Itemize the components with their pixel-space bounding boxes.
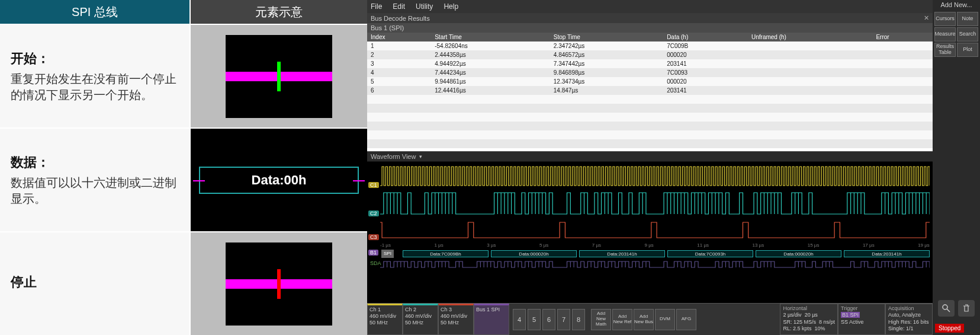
ch1-badge[interactable]: C1 (368, 182, 379, 188)
decode-row-empty (367, 139, 933, 148)
bus-packet[interactable]: Data:203141h (579, 250, 665, 257)
legend-stop-text: 停止 (0, 232, 189, 335)
channel-slot-button[interactable]: 8 (572, 309, 585, 330)
side-toolbar: Add New... Cursors Note Measure Search R… (933, 0, 980, 335)
decode-row-empty (367, 95, 933, 104)
bottom-bar: Ch 1 460 mV/div 50 MHz Ch 2 460 mV/div 5… (367, 303, 933, 335)
ch3-settings[interactable]: Ch 3 460 mV/div 50 MHz (438, 304, 474, 335)
time-tick: 19 µs (918, 243, 930, 250)
add-new-menu[interactable]: Add New... (940, 1, 972, 8)
time-tick: 5 µs (539, 243, 548, 250)
decode-row-empty (367, 113, 933, 122)
decode-row[interactable]: 34.944922µs7.347442µs203141 (367, 59, 933, 68)
ch2-settings[interactable]: Ch 2 460 mV/div 50 MHz (403, 304, 438, 335)
time-tick: 15 µs (808, 243, 820, 250)
trash-icon[interactable] (958, 300, 975, 317)
channel-slot-button[interactable]: 6 (542, 309, 555, 330)
bus-packet[interactable]: Data:000020h (756, 250, 841, 257)
decode-row-empty (367, 122, 933, 130)
add-item-button[interactable]: Add New Math (591, 309, 611, 330)
channel-slot-button[interactable]: 4 (513, 309, 526, 330)
ch3-badge[interactable]: C3 (368, 234, 379, 240)
waveform-view[interactable]: C1 C2 C3 -1 µs1 µs3 µs5 µs (367, 162, 933, 303)
menubar: File Edit Utility Help (367, 0, 933, 13)
decode-row-empty (367, 130, 933, 139)
bus-packet[interactable]: Data:203141h (844, 250, 930, 257)
time-tick: 9 µs (645, 243, 654, 250)
svg-point-0 (943, 305, 947, 310)
start-marker-icon (277, 62, 281, 91)
menu-edit[interactable]: Edit (393, 2, 405, 11)
time-tick: 7 µs (592, 243, 601, 250)
note-button[interactable]: Note (957, 12, 978, 26)
menu-file[interactable]: File (371, 2, 382, 11)
measure-button[interactable]: Measure (934, 27, 956, 42)
bus-spi-label: SPI (381, 250, 394, 258)
decode-row[interactable]: 1-54.82604ns2.347242µs7C009B (367, 42, 933, 50)
decode-col-header[interactable]: Index (367, 33, 431, 42)
legend-stop-diagram (189, 232, 367, 335)
decode-row[interactable]: 47.444234µs9.846898µs7C0093 (367, 68, 933, 77)
add-item-button[interactable]: AFG (676, 309, 696, 330)
legend-data-diagram: Data:00h (189, 129, 367, 231)
legend-start-text: 开始： 重复开始发生在没有前一个停止的情况下显示另一个开始。 (0, 25, 189, 127)
channel-slot-button[interactable]: 5 (528, 309, 541, 330)
spi-legend-table: SPI 总线 元素示意 开始： 重复开始发生在没有前一个停止的情况下显示另一个开… (0, 0, 367, 335)
ch2-badge[interactable]: C2 (368, 210, 379, 216)
svg-line-1 (947, 309, 950, 312)
time-tick: 1 µs (434, 243, 443, 250)
bus1-settings[interactable]: Bus 1 SPI (474, 304, 509, 335)
search-button[interactable]: Search (957, 27, 978, 42)
menu-help[interactable]: Help (444, 2, 458, 11)
horizontal-settings[interactable]: Horizontal 2 µs/div 20 µs SR: 125 MS/s 8… (780, 304, 838, 335)
menu-utility[interactable]: Utility (416, 2, 433, 11)
stop-marker-icon (277, 269, 281, 299)
trigger-settings[interactable]: Trigger B1 SPI SS Active (838, 304, 885, 335)
bus-packet[interactable]: Data:7C0093h (667, 250, 753, 257)
plot-button[interactable]: Plot (957, 43, 978, 57)
bus-packet[interactable]: Data:000020h (491, 250, 577, 257)
decode-col-header[interactable]: Data (h) (663, 33, 748, 42)
add-item-button[interactable]: DVM (655, 309, 675, 330)
decode-col-header[interactable]: Error (872, 33, 933, 42)
legend-header-bus: SPI 总线 (0, 0, 189, 24)
chevron-down-icon[interactable]: ▾ (419, 154, 422, 159)
close-icon[interactable]: ✕ (924, 14, 929, 22)
time-tick: 13 µs (752, 243, 764, 250)
decode-row[interactable]: 22.444358µs4.846572µs000020 (367, 50, 933, 59)
time-tick: -1 µs (380, 243, 391, 250)
oscilloscope-app: File Edit Utility Help Bus Decode Result… (367, 0, 980, 335)
cursors-button[interactable]: Cursors (934, 12, 956, 26)
data-packet-icon: Data:00h (199, 167, 359, 194)
time-tick: 17 µs (863, 243, 875, 250)
decode-panel-title: Bus Decode Results ✕ (367, 13, 933, 23)
decode-col-header[interactable]: Start Time (431, 33, 550, 42)
bus-packet[interactable]: Data:7C009Bh (403, 250, 489, 257)
add-item-button[interactable]: Add New Ref (612, 309, 632, 330)
channel-slot-button[interactable]: 7 (557, 309, 570, 330)
legend-start-diagram (189, 25, 367, 127)
decode-row[interactable]: 612.44416µs14.847µs203141 (367, 86, 933, 95)
decode-col-header[interactable]: Stop Time (550, 33, 663, 42)
run-state-badge[interactable]: Stopped (935, 324, 964, 333)
time-tick: 11 µs (697, 243, 709, 250)
decode-row[interactable]: 59.944861µs12.34734µs000020 (367, 77, 933, 86)
bus1-badge[interactable]: B1 (368, 250, 378, 256)
legend-data-text: 数据： 数据值可以以十六进制或二进制显示。 (0, 129, 189, 231)
decode-bus-selector[interactable]: Bus 1 (SPI) (367, 23, 933, 33)
time-tick: 3 µs (487, 243, 496, 250)
ch1-settings[interactable]: Ch 1 460 mV/div 50 MHz (367, 304, 403, 335)
decode-results-table[interactable]: IndexStart TimeStop TimeData (h)Unframed… (367, 33, 933, 151)
decode-row-empty (367, 104, 933, 113)
add-item-button[interactable]: Add New Bus (634, 309, 654, 330)
legend-header-element: 元素示意 (189, 0, 367, 24)
zoom-icon[interactable] (938, 300, 955, 317)
waveform-panel-title: Waveform View ▾ (367, 151, 933, 162)
results-table-button[interactable]: Results Table (934, 43, 956, 57)
acquisition-settings[interactable]: Acquisition Auto, Analyze High Res: 16 b… (885, 304, 933, 335)
decode-col-header[interactable]: Unframed (h) (748, 33, 872, 42)
